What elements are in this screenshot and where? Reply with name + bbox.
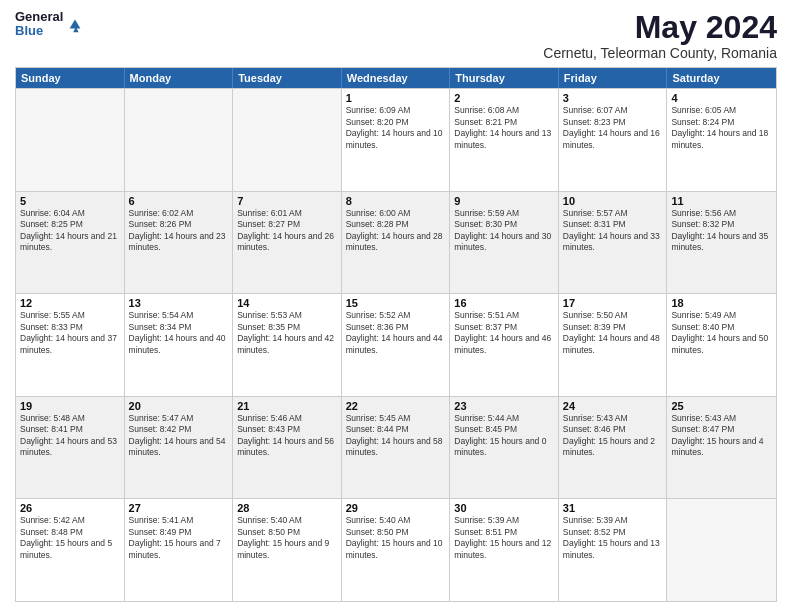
calendar-cell: 5Sunrise: 6:04 AMSunset: 8:25 PMDaylight… (16, 192, 125, 294)
day-number: 26 (20, 502, 120, 514)
calendar-cell: 19Sunrise: 5:48 AMSunset: 8:41 PMDayligh… (16, 397, 125, 499)
day-number: 29 (346, 502, 446, 514)
header-cell-tuesday: Tuesday (233, 68, 342, 88)
day-info: Sunrise: 5:59 AMSunset: 8:30 PMDaylight:… (454, 208, 554, 254)
day-number: 20 (129, 400, 229, 412)
day-info: Sunrise: 5:44 AMSunset: 8:45 PMDaylight:… (454, 413, 554, 459)
day-number: 31 (563, 502, 663, 514)
logo-icon (66, 16, 84, 34)
header: General Blue May 2024 Cernetu, Teleorman… (15, 10, 777, 61)
day-info: Sunrise: 6:04 AMSunset: 8:25 PMDaylight:… (20, 208, 120, 254)
day-number: 13 (129, 297, 229, 309)
calendar-cell: 2Sunrise: 6:08 AMSunset: 8:21 PMDaylight… (450, 89, 559, 191)
header-cell-friday: Friday (559, 68, 668, 88)
day-info: Sunrise: 5:57 AMSunset: 8:31 PMDaylight:… (563, 208, 663, 254)
day-number: 10 (563, 195, 663, 207)
day-info: Sunrise: 5:52 AMSunset: 8:36 PMDaylight:… (346, 310, 446, 356)
calendar-cell: 1Sunrise: 6:09 AMSunset: 8:20 PMDaylight… (342, 89, 451, 191)
day-number: 1 (346, 92, 446, 104)
day-number: 18 (671, 297, 772, 309)
header-cell-saturday: Saturday (667, 68, 776, 88)
day-info: Sunrise: 5:43 AMSunset: 8:46 PMDaylight:… (563, 413, 663, 459)
day-number: 5 (20, 195, 120, 207)
calendar-cell: 27Sunrise: 5:41 AMSunset: 8:49 PMDayligh… (125, 499, 234, 601)
calendar-cell: 12Sunrise: 5:55 AMSunset: 8:33 PMDayligh… (16, 294, 125, 396)
day-number: 6 (129, 195, 229, 207)
calendar-cell: 14Sunrise: 5:53 AMSunset: 8:35 PMDayligh… (233, 294, 342, 396)
header-cell-monday: Monday (125, 68, 234, 88)
day-info: Sunrise: 5:43 AMSunset: 8:47 PMDaylight:… (671, 413, 772, 459)
calendar-cell: 25Sunrise: 5:43 AMSunset: 8:47 PMDayligh… (667, 397, 776, 499)
header-right: May 2024 Cernetu, Teleorman County, Roma… (543, 10, 777, 61)
day-number: 25 (671, 400, 772, 412)
day-info: Sunrise: 6:00 AMSunset: 8:28 PMDaylight:… (346, 208, 446, 254)
day-number: 24 (563, 400, 663, 412)
day-info: Sunrise: 5:55 AMSunset: 8:33 PMDaylight:… (20, 310, 120, 356)
page: General Blue May 2024 Cernetu, Teleorman… (0, 0, 792, 612)
calendar-cell (16, 89, 125, 191)
logo-blue: Blue (15, 24, 63, 38)
month-title: May 2024 (543, 10, 777, 45)
calendar-cell: 13Sunrise: 5:54 AMSunset: 8:34 PMDayligh… (125, 294, 234, 396)
day-number: 16 (454, 297, 554, 309)
calendar-cell: 30Sunrise: 5:39 AMSunset: 8:51 PMDayligh… (450, 499, 559, 601)
day-info: Sunrise: 5:48 AMSunset: 8:41 PMDaylight:… (20, 413, 120, 459)
calendar-cell (125, 89, 234, 191)
header-cell-sunday: Sunday (16, 68, 125, 88)
day-info: Sunrise: 5:54 AMSunset: 8:34 PMDaylight:… (129, 310, 229, 356)
calendar-cell: 10Sunrise: 5:57 AMSunset: 8:31 PMDayligh… (559, 192, 668, 294)
calendar-cell: 23Sunrise: 5:44 AMSunset: 8:45 PMDayligh… (450, 397, 559, 499)
calendar-cell (233, 89, 342, 191)
calendar-cell: 16Sunrise: 5:51 AMSunset: 8:37 PMDayligh… (450, 294, 559, 396)
day-number: 17 (563, 297, 663, 309)
day-number: 4 (671, 92, 772, 104)
calendar-row: 1Sunrise: 6:09 AMSunset: 8:20 PMDaylight… (16, 88, 776, 191)
calendar-cell: 24Sunrise: 5:43 AMSunset: 8:46 PMDayligh… (559, 397, 668, 499)
day-info: Sunrise: 5:39 AMSunset: 8:52 PMDaylight:… (563, 515, 663, 561)
day-number: 30 (454, 502, 554, 514)
calendar-row: 5Sunrise: 6:04 AMSunset: 8:25 PMDaylight… (16, 191, 776, 294)
calendar-cell: 6Sunrise: 6:02 AMSunset: 8:26 PMDaylight… (125, 192, 234, 294)
day-number: 12 (20, 297, 120, 309)
calendar-cell: 26Sunrise: 5:42 AMSunset: 8:48 PMDayligh… (16, 499, 125, 601)
day-number: 9 (454, 195, 554, 207)
day-number: 14 (237, 297, 337, 309)
calendar-cell: 17Sunrise: 5:50 AMSunset: 8:39 PMDayligh… (559, 294, 668, 396)
day-number: 7 (237, 195, 337, 207)
subtitle: Cernetu, Teleorman County, Romania (543, 45, 777, 61)
calendar-cell: 22Sunrise: 5:45 AMSunset: 8:44 PMDayligh… (342, 397, 451, 499)
day-number: 11 (671, 195, 772, 207)
day-number: 2 (454, 92, 554, 104)
header-cell-thursday: Thursday (450, 68, 559, 88)
day-number: 8 (346, 195, 446, 207)
calendar-cell: 29Sunrise: 5:40 AMSunset: 8:50 PMDayligh… (342, 499, 451, 601)
svg-marker-0 (70, 20, 81, 29)
calendar-cell: 3Sunrise: 6:07 AMSunset: 8:23 PMDaylight… (559, 89, 668, 191)
calendar-row: 19Sunrise: 5:48 AMSunset: 8:41 PMDayligh… (16, 396, 776, 499)
calendar-cell: 21Sunrise: 5:46 AMSunset: 8:43 PMDayligh… (233, 397, 342, 499)
calendar-cell: 31Sunrise: 5:39 AMSunset: 8:52 PMDayligh… (559, 499, 668, 601)
day-info: Sunrise: 5:53 AMSunset: 8:35 PMDaylight:… (237, 310, 337, 356)
header-cell-wednesday: Wednesday (342, 68, 451, 88)
day-info: Sunrise: 5:46 AMSunset: 8:43 PMDaylight:… (237, 413, 337, 459)
day-number: 3 (563, 92, 663, 104)
day-info: Sunrise: 6:02 AMSunset: 8:26 PMDaylight:… (129, 208, 229, 254)
day-info: Sunrise: 5:49 AMSunset: 8:40 PMDaylight:… (671, 310, 772, 356)
day-info: Sunrise: 5:41 AMSunset: 8:49 PMDaylight:… (129, 515, 229, 561)
calendar-cell (667, 499, 776, 601)
calendar-cell: 28Sunrise: 5:40 AMSunset: 8:50 PMDayligh… (233, 499, 342, 601)
day-info: Sunrise: 5:42 AMSunset: 8:48 PMDaylight:… (20, 515, 120, 561)
day-info: Sunrise: 6:05 AMSunset: 8:24 PMDaylight:… (671, 105, 772, 151)
calendar-cell: 11Sunrise: 5:56 AMSunset: 8:32 PMDayligh… (667, 192, 776, 294)
calendar-cell: 7Sunrise: 6:01 AMSunset: 8:27 PMDaylight… (233, 192, 342, 294)
day-number: 21 (237, 400, 337, 412)
day-info: Sunrise: 5:56 AMSunset: 8:32 PMDaylight:… (671, 208, 772, 254)
calendar-cell: 15Sunrise: 5:52 AMSunset: 8:36 PMDayligh… (342, 294, 451, 396)
day-info: Sunrise: 6:08 AMSunset: 8:21 PMDaylight:… (454, 105, 554, 151)
calendar-cell: 8Sunrise: 6:00 AMSunset: 8:28 PMDaylight… (342, 192, 451, 294)
day-info: Sunrise: 5:40 AMSunset: 8:50 PMDaylight:… (237, 515, 337, 561)
logo: General Blue (15, 10, 84, 39)
calendar-cell: 18Sunrise: 5:49 AMSunset: 8:40 PMDayligh… (667, 294, 776, 396)
day-number: 22 (346, 400, 446, 412)
calendar-cell: 20Sunrise: 5:47 AMSunset: 8:42 PMDayligh… (125, 397, 234, 499)
